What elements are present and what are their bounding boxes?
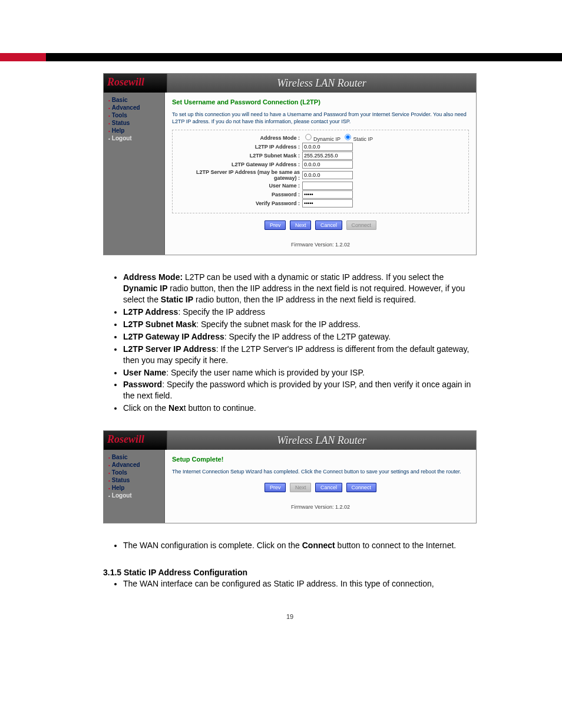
- section-title: Setup Complete!: [172, 456, 469, 463]
- section-title: Set Username and Password Connection (L2…: [172, 98, 469, 106]
- sidebar-item-status[interactable]: •Status: [108, 119, 164, 127]
- cancel-button[interactable]: Cancel: [315, 220, 342, 230]
- vpw-label: Verify Password :: [176, 200, 302, 206]
- pw-input[interactable]: [302, 190, 353, 199]
- static-ip-radio[interactable]: [345, 134, 351, 140]
- sidebar-item-tools[interactable]: •Tools: [108, 469, 164, 476]
- router-title: Wireless LAN Router: [167, 431, 476, 450]
- brand-logo: Rosewill: [104, 431, 167, 450]
- list-item: L2TP Server IP Address: If the L2TP Serv…: [123, 344, 477, 366]
- doc-list-connect: The WAN configuration is complete. Click…: [103, 540, 477, 551]
- user-label: User Name :: [176, 183, 302, 189]
- router-title: Wireless LAN Router: [167, 74, 476, 93]
- address-mode-label: Address Mode :: [176, 135, 302, 141]
- server-label: L2TP Server IP Address (may be same as g…: [176, 169, 302, 181]
- dynamic-ip-text: Dynamic IP: [313, 136, 340, 142]
- sidebar-item-status[interactable]: •Status: [108, 476, 164, 484]
- doc-list-315: The WAN interface can be configured as S…: [103, 578, 477, 589]
- doc-list-l2tp: Address Mode: L2TP can be used with a dy…: [103, 272, 477, 414]
- sidebar-item-help[interactable]: •Help: [108, 127, 164, 134]
- subnet-label: L2TP Subnet Mask :: [176, 153, 302, 159]
- router-screenshot-l2tp: Rosewill Wireless LAN Router •Basic •Adv…: [103, 73, 477, 255]
- next-button[interactable]: Next: [290, 220, 312, 230]
- router-sidebar: •Basic •Advanced •Tools •Status •Help •L…: [104, 450, 165, 523]
- section-desc: To set up this connection you will need …: [172, 111, 469, 125]
- connect-button: Connect: [346, 220, 377, 230]
- list-item: The WAN interface can be configured as S…: [123, 578, 477, 589]
- sidebar-item-help[interactable]: •Help: [108, 484, 164, 492]
- router-sidebar: •Basic •Advanced •Tools •Status •Help •L…: [104, 93, 165, 255]
- static-ip-text: Static IP: [353, 136, 373, 142]
- page-number: 19: [103, 613, 477, 620]
- section-desc: The Internet Connection Setup Wizard has…: [172, 469, 469, 476]
- list-item: Address Mode: L2TP can be used with a dy…: [123, 272, 477, 305]
- list-item: L2TP Gateway IP Address: Specify the IP …: [123, 331, 477, 342]
- connect-button[interactable]: Connect: [346, 483, 377, 492]
- list-item: L2TP Subnet Mask: Specify the subnet mas…: [123, 319, 477, 330]
- section-heading-315: 3.1.5 Static IP Address Configuration: [103, 568, 477, 577]
- sidebar-item-basic[interactable]: •Basic: [108, 96, 164, 104]
- sidebar-item-logout[interactable]: •Logout: [108, 134, 164, 142]
- router-screenshot-complete: Rosewill Wireless LAN Router •Basic •Adv…: [103, 430, 477, 523]
- list-item: L2TP Address: Specify the IP address: [123, 307, 477, 318]
- gateway-input[interactable]: [302, 160, 353, 169]
- prev-button[interactable]: Prev: [265, 220, 286, 230]
- l2tp-ip-input[interactable]: [302, 143, 353, 151]
- sidebar-item-tools[interactable]: •Tools: [108, 111, 164, 119]
- l2tp-form: Address Mode : Dynamic IP Static IP L2TP…: [172, 130, 469, 213]
- firmware-version: Firmware Version: 1.2.02: [172, 504, 469, 512]
- sidebar-item-basic[interactable]: •Basic: [108, 453, 164, 461]
- vpw-input[interactable]: [302, 199, 353, 207]
- prev-button[interactable]: Prev: [265, 483, 286, 492]
- doc-topbar: [0, 53, 562, 61]
- next-button: Next: [290, 483, 312, 492]
- list-item: The WAN configuration is complete. Click…: [123, 540, 477, 551]
- list-item: Click on the Next button to continue.: [123, 403, 477, 414]
- cancel-button[interactable]: Cancel: [315, 483, 342, 492]
- sidebar-item-advanced[interactable]: •Advanced: [108, 104, 164, 111]
- list-item: User Name: Specify the user name which i…: [123, 367, 477, 378]
- list-item: Password: Specify the password which is …: [123, 379, 477, 401]
- dynamic-ip-radio[interactable]: [305, 134, 311, 140]
- l2tp-ip-label: L2TP IP Address :: [176, 144, 302, 150]
- server-input[interactable]: [302, 171, 353, 179]
- gateway-label: L2TP Gateway IP Address :: [176, 162, 302, 167]
- sidebar-item-logout[interactable]: •Logout: [108, 492, 164, 499]
- pw-label: Password :: [176, 192, 302, 197]
- firmware-version: Firmware Version: 1.2.02: [172, 242, 469, 250]
- subnet-input[interactable]: [302, 151, 353, 160]
- user-input[interactable]: [302, 182, 353, 190]
- brand-logo: Rosewill: [104, 74, 167, 93]
- sidebar-item-advanced[interactable]: •Advanced: [108, 461, 164, 469]
